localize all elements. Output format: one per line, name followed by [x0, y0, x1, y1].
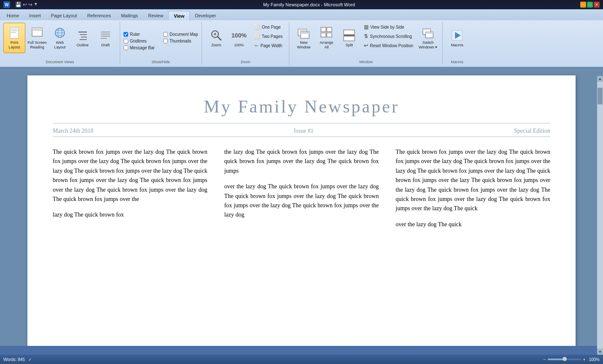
scroll-up-btn[interactable]: ▲	[597, 76, 603, 82]
svg-rect-1	[11, 29, 18, 29]
message-bar-check[interactable]: Message Bar	[124, 45, 155, 51]
web-layout-btn[interactable]: WebLayout	[49, 23, 71, 53]
switch-windows-btn[interactable]: SwitchWindows ▾	[417, 23, 439, 53]
svg-rect-36	[423, 29, 431, 30]
ruler-checkbox[interactable]	[124, 32, 128, 37]
undo-qa-btn[interactable]: ↩	[23, 2, 27, 8]
sync-scroll-label: Synchronous Scrolling	[370, 34, 412, 39]
web-layout-icon	[53, 26, 67, 40]
100pct-label: 100%	[234, 43, 244, 47]
zoom-btn[interactable]: Zoom	[205, 23, 227, 53]
outline-icon	[76, 29, 89, 42]
tab-mailings[interactable]: Mailings	[116, 11, 143, 20]
one-page-btn[interactable]: ⬜ One Page	[251, 23, 285, 31]
customize-qa-btn[interactable]: ▼	[34, 2, 38, 8]
reset-window-label: Reset Window Position	[370, 43, 413, 48]
outline-label: Outline	[77, 43, 89, 47]
tab-page-layout[interactable]: Page Layout	[46, 11, 82, 20]
print-layout-btn[interactable]: PrintLayout	[3, 23, 25, 53]
col3-para2: over the lazy dog The quick	[396, 220, 550, 229]
arrange-all-icon	[320, 26, 333, 40]
new-window-label: NewWindow	[297, 40, 310, 50]
page-width-icon: ↔	[254, 43, 259, 48]
gridlines-checkbox[interactable]	[124, 39, 128, 43]
sync-scroll-btn[interactable]: ⇅ Synchronous Scrolling	[361, 32, 416, 40]
full-screen-btn[interactable]: Full ScreenReading	[26, 23, 48, 53]
doc-date: March 24th 2018	[53, 128, 93, 134]
one-page-label: One Page	[262, 25, 281, 29]
redo-qa-btn[interactable]: ↪	[28, 2, 32, 8]
split-label: Split	[345, 43, 353, 47]
doc-views-label: Document Views	[46, 59, 74, 64]
svg-rect-27	[301, 32, 309, 34]
tab-references[interactable]: References	[82, 11, 116, 20]
doc-edition: Special Edition	[514, 128, 550, 134]
new-window-icon	[297, 26, 310, 40]
macros-btn[interactable]: Macros	[446, 23, 468, 53]
tab-view[interactable]: View	[168, 11, 190, 20]
tab-insert[interactable]: Insert	[24, 11, 46, 20]
window-group-label: Window	[359, 59, 373, 64]
reset-window-btn[interactable]: ↩ Reset Window Position	[361, 41, 416, 50]
split-btn[interactable]: Split	[338, 23, 360, 53]
app-icon: W	[3, 1, 10, 8]
two-pages-icon: ⬜	[254, 33, 260, 39]
doc-meta-hr	[53, 136, 550, 137]
new-window-btn[interactable]: NewWindow	[293, 23, 315, 53]
svg-rect-31	[327, 33, 332, 37]
svg-rect-28	[321, 27, 326, 32]
zoom-out-btn[interactable]: −	[544, 357, 546, 362]
arrange-all-btn[interactable]: ArrangeAll	[315, 23, 337, 53]
page-width-btn[interactable]: ↔ Page Width	[251, 41, 285, 50]
macros-label: Macros	[451, 43, 463, 47]
group-macros: Macros Macros	[443, 22, 471, 65]
ribbon-content: PrintLayout Full ScreenReading	[0, 20, 603, 67]
thumbnails-check[interactable]: Thumbnails	[163, 38, 198, 44]
maximize-btn[interactable]: □	[587, 2, 593, 8]
save-qa-btn[interactable]: 💾	[15, 2, 22, 8]
draft-icon	[99, 29, 112, 42]
draft-btn[interactable]: Draft	[94, 23, 116, 53]
doc-col-3: The quick brown fox jumps over the lazy …	[396, 147, 550, 236]
tab-review[interactable]: Review	[143, 11, 168, 20]
100pct-btn[interactable]: 100% 100%	[228, 23, 250, 53]
svg-rect-5	[32, 28, 42, 30]
col3-para1: The quick brown fox jumps over the lazy …	[396, 147, 550, 214]
minimize-btn[interactable]: ─	[580, 2, 586, 8]
two-pages-label: Two Pages	[262, 34, 283, 39]
close-btn[interactable]: ✕	[594, 2, 600, 8]
scrollbar[interactable]: ▲ ▼	[597, 76, 603, 355]
100pct-icon: 100%	[232, 29, 246, 42]
view-side-btn[interactable]: ▥ View Side by Side	[361, 23, 416, 31]
doc-map-label: Document Map	[170, 32, 198, 37]
tab-developer[interactable]: Developer	[190, 11, 221, 20]
col2-para1: the lazy dog The quick brown fox jumps o…	[224, 147, 379, 176]
view-side-label: View Side by Side	[370, 25, 404, 29]
col1-para2: lazy dog The quick brown fox	[53, 210, 207, 219]
zoom-slider-thumb[interactable]	[563, 357, 567, 361]
ribbon: Home Insert Page Layout References Maili…	[0, 9, 603, 67]
zoom-in-btn[interactable]: +	[583, 357, 586, 362]
full-screen-icon	[30, 26, 44, 40]
two-pages-btn[interactable]: ⬜ Two Pages	[251, 32, 285, 40]
page-width-label: Page Width	[261, 43, 283, 48]
arrange-all-label: ArrangeAll	[320, 40, 333, 50]
scroll-down-btn[interactable]: ▼	[597, 349, 603, 355]
doc-map-check[interactable]: Document Map	[163, 32, 198, 37]
outline-btn[interactable]: Outline	[72, 23, 94, 53]
gridlines-check[interactable]: Gridlines	[124, 38, 155, 44]
doc-map-checkbox[interactable]	[163, 32, 168, 37]
thumbnails-checkbox[interactable]	[163, 39, 168, 43]
macros-group-label: Macros	[451, 59, 463, 64]
thumbnails-label: Thumbnails	[170, 39, 191, 43]
group-zoom: Zoom 100% 100% ⬜ One Page ⬜ Two Pages	[202, 22, 289, 65]
ruler-check[interactable]: Ruler	[124, 32, 155, 37]
tab-home[interactable]: Home	[2, 11, 24, 20]
macros-icon	[450, 29, 464, 42]
scroll-thumb[interactable]	[598, 88, 603, 104]
message-bar-checkbox[interactable]	[124, 46, 128, 50]
web-layout-label: WebLayout	[54, 40, 65, 50]
ribbon-tabs: Home Insert Page Layout References Maili…	[0, 9, 603, 20]
ruler-label: Ruler	[130, 32, 140, 37]
draft-label: Draft	[101, 43, 110, 47]
